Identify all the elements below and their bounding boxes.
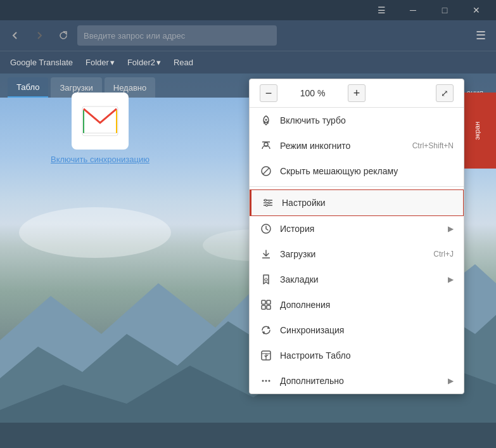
tab-tablo[interactable]: Табло: [8, 77, 48, 98]
extensions-label: Дополнения: [280, 300, 454, 310]
settings-icon: [262, 196, 274, 209]
refresh-icon: [58, 30, 69, 41]
browser-menu-button[interactable]: ☰: [471, 25, 491, 46]
maximize-button[interactable]: □: [430, 1, 459, 20]
menu-item-sync[interactable]: Синхронизация: [250, 317, 464, 343]
adblock-label: Скрыть мешающую рекламу: [280, 166, 454, 176]
svg-rect-21: [267, 300, 270, 304]
minimize-button[interactable]: ─: [398, 1, 428, 20]
adblock-icon: [260, 165, 272, 177]
fullscreen-button[interactable]: ⤢: [436, 84, 454, 102]
sync-label: Синхронизация: [280, 325, 454, 335]
folder2-arrow-icon: ▾: [156, 58, 161, 67]
rocket-icon: [260, 114, 272, 127]
menu-item-history[interactable]: История ▶: [250, 216, 464, 241]
extensions-icon: [260, 298, 272, 311]
more-icon: [260, 374, 272, 387]
address-bar[interactable]: Введите запрос или адрес: [77, 25, 277, 46]
svg-rect-23: [267, 305, 270, 309]
back-icon: [10, 30, 21, 41]
red-banner-text: экран: [473, 122, 481, 140]
menu-item-extensions[interactable]: Дополнения: [250, 292, 464, 317]
back-button[interactable]: [5, 25, 25, 46]
bookmarks-bar: Google Translate Folder ▾ Folder2 ▾ Read: [0, 51, 496, 74]
settings-label: Настройки: [282, 198, 453, 208]
zoom-value: 100 %: [285, 88, 340, 98]
configure-tab-label: Настроить Табло: [280, 350, 454, 361]
bookmark-google-translate[interactable]: Google Translate: [5, 55, 78, 70]
history-label: История: [280, 224, 440, 234]
bookmarks-label: Закладки: [280, 274, 440, 285]
menu-item-turbo[interactable]: Включить турбо: [250, 108, 464, 133]
downloads-shortcut: Ctrl+J: [433, 250, 454, 259]
turbo-label: Включить турбо: [280, 115, 454, 125]
divider-1: [250, 186, 464, 187]
close-button[interactable]: ✕: [462, 1, 491, 20]
svg-line-11: [263, 168, 269, 174]
bookmark-folder2-label: Folder2: [127, 58, 155, 67]
incognito-label: Режим инкогнито: [280, 141, 405, 151]
address-text: Введите запрос или адрес: [84, 31, 185, 41]
browser-frame: ☰ ─ □ ✕ Введите запрос или адрес ☰ Googl…: [0, 0, 496, 448]
downloads-icon: [260, 248, 272, 260]
gmail-area: Включить синхронизацию: [51, 93, 149, 164]
more-label: Дополнительно: [280, 376, 440, 386]
svg-rect-22: [262, 305, 265, 309]
content-area: Табло Загрузки Недавно ения Включить син…: [0, 74, 496, 448]
menu-item-more[interactable]: Дополнительно ▶: [250, 368, 464, 394]
menu-item-downloads[interactable]: Загрузки Ctrl+J: [250, 241, 464, 267]
refresh-button[interactable]: [53, 25, 73, 46]
bookmark-folder-label: Folder: [86, 58, 109, 67]
menu-item-settings[interactable]: Настройки: [250, 189, 464, 216]
svg-point-15: [265, 200, 267, 202]
menu-item-bookmarks[interactable]: Закладки ▶: [250, 267, 464, 292]
svg-rect-20: [262, 300, 265, 304]
incognito-icon: [260, 139, 272, 152]
bookmarks-arrow-icon: ▶: [448, 275, 454, 284]
zoom-row: − 100 % + ⤢: [250, 79, 464, 108]
zoom-out-button[interactable]: −: [260, 84, 277, 102]
bookmark-read[interactable]: Read: [169, 55, 198, 70]
dropdown-menu: − 100 % + ⤢ Включить турбо: [249, 79, 464, 394]
folder-arrow-icon: ▾: [110, 58, 115, 67]
zoom-in-button[interactable]: +: [348, 84, 366, 102]
svg-point-8: [265, 119, 267, 121]
gmail-logo: [81, 105, 119, 137]
menu-item-configure-tab[interactable]: Настроить Табло: [250, 343, 464, 368]
gmail-icon: [72, 93, 129, 150]
downloads-label: Загрузки: [280, 249, 426, 259]
forward-icon: [34, 30, 45, 41]
nav-bar: Введите запрос или адрес ☰: [0, 20, 496, 51]
history-arrow-icon: ▶: [448, 224, 454, 233]
title-bar: ☰ ─ □ ✕: [0, 0, 496, 20]
bookmark-folder2[interactable]: Folder2 ▾: [122, 55, 166, 70]
sync-icon: [260, 324, 272, 336]
configure-tab-icon: [260, 349, 272, 362]
menu-item-adblock[interactable]: Скрыть мешающую рекламу: [250, 158, 464, 184]
more-arrow-icon: ▶: [448, 376, 454, 385]
svg-point-16: [269, 202, 270, 204]
svg-point-29: [269, 380, 270, 382]
forward-button[interactable]: [29, 25, 49, 46]
gmail-sync-label[interactable]: Включить синхронизацию: [51, 155, 149, 164]
menu-item-incognito[interactable]: Режим инкогнито Ctrl+Shift+N: [250, 133, 464, 158]
svg-point-17: [266, 205, 268, 207]
history-icon: [260, 222, 272, 235]
bookmarks-icon: [260, 273, 272, 286]
incognito-shortcut: Ctrl+Shift+N: [412, 141, 454, 150]
svg-point-28: [265, 380, 267, 382]
bookmark-folder[interactable]: Folder ▾: [80, 55, 120, 70]
svg-point-27: [262, 380, 264, 382]
menu-button[interactable]: ☰: [367, 1, 396, 20]
